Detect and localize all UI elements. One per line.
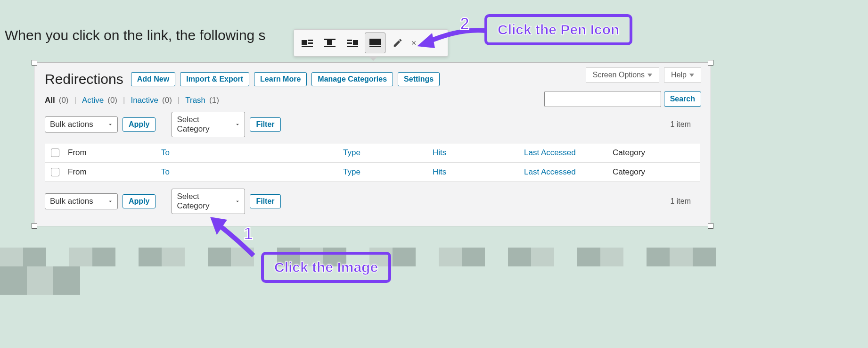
align-left-button[interactable] xyxy=(297,33,318,53)
align-none-button[interactable] xyxy=(365,33,385,53)
col-to-footer[interactable]: To xyxy=(161,167,343,177)
bulk-actions-select-bottom[interactable]: Bulk actions xyxy=(45,193,118,209)
filter-inactive-count: (0) xyxy=(162,96,172,105)
filter-active-count: (0) xyxy=(107,96,117,105)
callout-image-text: Click the Image xyxy=(274,259,378,275)
item-count-top: 1 item xyxy=(670,120,691,129)
search-input[interactable] xyxy=(544,91,661,107)
chevron-down-icon xyxy=(107,198,114,205)
col-to[interactable]: To xyxy=(161,148,343,157)
filter-all-count: (0) xyxy=(59,96,69,105)
screen-meta-links: Screen Options Help xyxy=(586,67,701,83)
apply-button-bottom[interactable]: Apply xyxy=(123,194,156,208)
chevron-down-icon xyxy=(234,121,241,128)
bulk-actions-select[interactable]: Bulk actions xyxy=(45,116,118,133)
chevron-down-icon xyxy=(234,198,241,205)
import-export-button[interactable]: Import & Export xyxy=(180,72,249,86)
col-type-footer[interactable]: Type xyxy=(343,167,433,177)
resize-handle-bottom-left[interactable] xyxy=(32,223,37,229)
filter-all[interactable]: All xyxy=(45,96,55,105)
align-right-icon xyxy=(347,39,358,47)
filter-inactive[interactable]: Inactive xyxy=(131,96,158,105)
apply-button-top[interactable]: Apply xyxy=(123,117,156,132)
resize-handle-bottom-right[interactable] xyxy=(708,223,713,229)
callout-pen-text: Click the Pen Icon xyxy=(498,22,619,38)
col-hits[interactable]: Hits xyxy=(433,148,524,157)
col-type[interactable]: Type xyxy=(343,148,433,157)
screen-options-label: Screen Options xyxy=(593,71,645,79)
select-all-checkbox-footer[interactable] xyxy=(51,168,59,176)
pixelated-block xyxy=(0,266,80,295)
redirections-table: From To Type Hits Last Accessed Category… xyxy=(45,143,700,182)
intro-text: When you click on the link, the followin… xyxy=(5,27,266,43)
arrow-to-pen-icon xyxy=(417,24,488,52)
callout-click-image: Click the Image xyxy=(261,252,391,283)
select-all-checkbox[interactable] xyxy=(51,149,59,157)
settings-button[interactable]: Settings xyxy=(398,72,440,86)
filter-trash[interactable]: Trash xyxy=(185,96,205,105)
col-from-footer: From xyxy=(68,167,161,177)
align-center-button[interactable] xyxy=(319,33,340,53)
align-right-button[interactable] xyxy=(342,33,363,53)
selected-image[interactable]: Screen Options Help Search Redirections … xyxy=(34,62,711,226)
col-from[interactable]: From xyxy=(68,148,161,157)
chevron-down-icon xyxy=(107,121,114,128)
search-area: Search xyxy=(544,91,701,107)
filter-button-top[interactable]: Filter xyxy=(250,117,280,132)
close-icon xyxy=(410,38,417,48)
category-select-top[interactable]: Select Category xyxy=(172,112,245,137)
col-category[interactable]: Category xyxy=(613,148,694,157)
col-last-accessed-footer[interactable]: Last Accessed xyxy=(524,167,613,177)
remove-image-button[interactable] xyxy=(410,33,418,53)
add-new-button[interactable]: Add New xyxy=(131,72,175,86)
manage-categories-button[interactable]: Manage Categories xyxy=(311,72,393,86)
callout-pen-icon: Click the Pen Icon xyxy=(484,14,632,45)
bulk-toolbar-top: Bulk actions Apply Select Category Filte… xyxy=(45,112,700,137)
edit-image-button[interactable] xyxy=(387,33,408,53)
filter-trash-count: (1) xyxy=(209,96,219,105)
chevron-down-icon xyxy=(689,74,694,77)
table-header-row: From To Type Hits Last Accessed Category xyxy=(45,143,700,163)
col-hits-footer[interactable]: Hits xyxy=(433,167,524,177)
step-2-number: 2 xyxy=(460,14,469,34)
align-center-icon xyxy=(324,39,336,47)
svg-marker-0 xyxy=(417,33,435,48)
filter-active[interactable]: Active xyxy=(82,96,104,105)
pencil-icon xyxy=(393,38,403,48)
table-footer-row: From To Type Hits Last Accessed Category xyxy=(45,163,700,182)
resize-handle-top-left[interactable] xyxy=(32,60,37,66)
help-button[interactable]: Help xyxy=(664,67,701,83)
learn-more-button[interactable]: Learn More xyxy=(254,72,307,86)
search-button[interactable]: Search xyxy=(664,91,701,107)
col-last-accessed[interactable]: Last Accessed xyxy=(524,148,613,157)
bulk-toolbar-bottom: Bulk actions Apply Select Category Filte… xyxy=(45,189,700,214)
category-select-bottom[interactable]: Select Category xyxy=(172,189,245,214)
align-left-icon xyxy=(302,39,313,47)
align-none-icon xyxy=(369,39,381,47)
step-1-number: 1 xyxy=(244,224,253,244)
screen-options-button[interactable]: Screen Options xyxy=(586,67,659,83)
filter-button-bottom[interactable]: Filter xyxy=(250,194,280,208)
page-title: Redirections xyxy=(45,71,123,87)
item-count-bottom: 1 item xyxy=(670,197,691,206)
col-category-footer: Category xyxy=(613,167,694,177)
chevron-down-icon xyxy=(647,74,652,77)
help-label: Help xyxy=(671,71,687,79)
resize-handle-top-right[interactable] xyxy=(708,60,713,66)
